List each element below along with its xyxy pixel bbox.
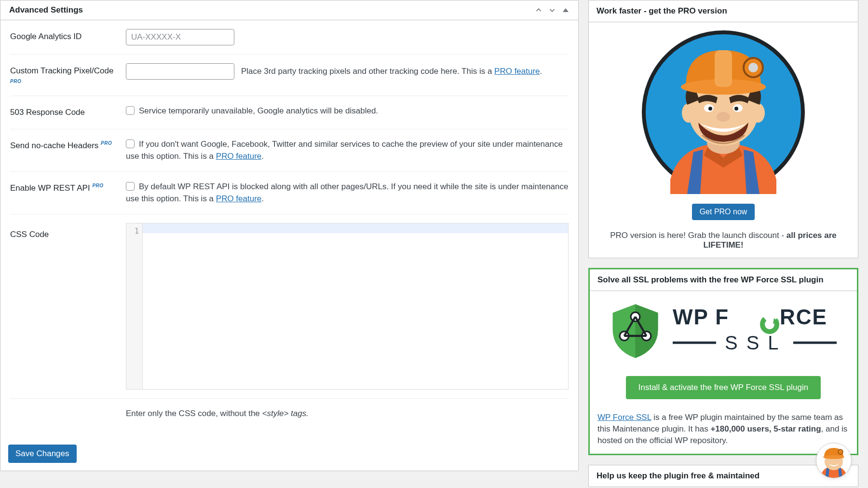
wp-force-ssl-link[interactable]: WP Force SSL [597,413,651,422]
move-up-icon[interactable] [532,3,545,17]
pro-feature-link[interactable]: PRO feature [216,152,262,161]
pro-feature-link[interactable]: PRO feature [216,194,262,203]
save-button[interactable]: Save Changes [8,445,77,463]
svg-rect-7 [715,50,732,87]
svg-point-29 [838,449,843,454]
ga-label: Google Analytics ID [10,20,126,55]
rest-label: Enable WP REST API [10,183,90,193]
resp503-label: 503 Response Code [10,96,126,129]
panel-title: Advanced Settings [6,0,86,20]
svg-point-5 [751,103,765,123]
wp-force-ssl-logo: WP F RCE SSL [597,302,849,360]
nocache-label: Send no-cache Headers [10,141,98,150]
svg-text:RCE: RCE [780,305,827,329]
toggle-panel-icon[interactable] [559,3,572,17]
move-down-icon[interactable] [545,3,559,17]
tracking-label: Custom Tracking Pixel/Code [10,66,113,75]
pro-badge: PRO [92,183,103,188]
help-mascot-button[interactable] [816,443,852,478]
pro-feature-link[interactable]: PRO feature [494,67,540,76]
tracking-input[interactable] [126,63,234,80]
ga-input[interactable] [126,29,234,45]
resp503-text: Service temporarily unavailable, Google … [139,106,378,115]
mascot-image [641,30,805,194]
svg-point-22 [760,314,780,335]
pro-badge: PRO [101,140,112,146]
svg-point-28 [823,455,844,459]
ssl-box-title: Solve all SSL problems with the free WP … [590,269,857,291]
svg-point-14 [717,112,730,122]
css-code-editor[interactable]: 1 [126,223,569,390]
css-label: CSS Code [10,214,126,398]
rest-checkbox[interactable] [126,182,135,191]
svg-point-9 [748,63,758,72]
nocache-checkbox[interactable] [126,139,135,148]
svg-text:WP F: WP F [673,305,729,329]
svg-point-11 [708,107,712,111]
svg-point-13 [734,107,738,111]
resp503-checkbox[interactable] [126,106,135,115]
get-pro-button[interactable]: Get PRO now [692,204,755,220]
svg-point-4 [682,103,695,123]
svg-point-15 [631,312,640,321]
svg-text:SSL: SSL [725,332,787,353]
install-ssl-button[interactable]: Install & activate the free WP Force SSL… [626,376,821,399]
pro-badge: PRO [10,78,121,85]
pro-box-title: Work faster - get the PRO version [589,0,858,22]
